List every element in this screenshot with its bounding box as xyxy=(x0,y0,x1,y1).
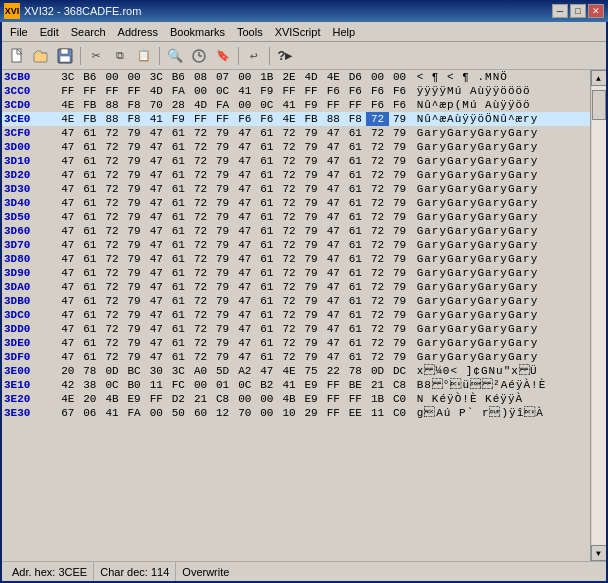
hex-cell[interactable]: 72 xyxy=(101,140,123,154)
hex-cell[interactable]: 72 xyxy=(189,238,211,252)
hex-cell[interactable]: 79 xyxy=(300,238,322,252)
hex-cell[interactable]: 47 xyxy=(234,350,256,364)
scrollbar[interactable]: ▲ ▼ xyxy=(590,70,606,561)
hex-cell[interactable]: 61 xyxy=(256,210,278,224)
hex-cell[interactable]: F6 xyxy=(389,84,411,98)
hex-cell[interactable]: 72 xyxy=(366,210,388,224)
hex-cell[interactable]: 72 xyxy=(366,140,388,154)
hex-cell[interactable]: C0 xyxy=(389,392,411,406)
menu-search[interactable]: Search xyxy=(65,22,112,41)
hex-cell[interactable]: 11 xyxy=(145,378,167,392)
hex-cell[interactable]: B0 xyxy=(123,378,145,392)
hex-cell[interactable]: 61 xyxy=(167,350,189,364)
hex-cell[interactable]: 01 xyxy=(212,378,234,392)
menu-file[interactable]: File xyxy=(4,22,34,41)
ascii-cell[interactable]: GaryGaryGaryGary xyxy=(411,266,590,280)
hex-cell[interactable]: 0C xyxy=(101,378,123,392)
ascii-cell[interactable]: GaryGaryGaryGary xyxy=(411,224,590,238)
addr-cell[interactable]: 3DA0 xyxy=(2,280,57,294)
hex-cell[interactable]: FF xyxy=(322,392,344,406)
hex-cell[interactable]: 79 xyxy=(389,350,411,364)
hex-cell[interactable]: 47 xyxy=(145,168,167,182)
hex-cell[interactable]: 72 xyxy=(189,350,211,364)
hex-cell[interactable]: 72 xyxy=(278,140,300,154)
hex-cell[interactable]: 3C xyxy=(57,70,79,84)
hex-cell[interactable]: 61 xyxy=(79,126,101,140)
hex-cell[interactable]: 72 xyxy=(189,154,211,168)
ascii-cell[interactable]: GaryGaryGaryGary xyxy=(411,322,590,336)
hex-cell[interactable]: 61 xyxy=(79,308,101,322)
hex-cell[interactable]: 29 xyxy=(300,406,322,420)
addr-cell[interactable]: 3DD0 xyxy=(2,322,57,336)
hex-cell[interactable]: 47 xyxy=(57,350,79,364)
hex-cell[interactable]: 1B xyxy=(256,70,278,84)
hex-cell[interactable]: FB xyxy=(79,112,101,126)
hex-cell[interactable]: 79 xyxy=(389,140,411,154)
hex-cell[interactable]: F6 xyxy=(234,112,256,126)
hex-cell[interactable]: 47 xyxy=(57,322,79,336)
hex-cell[interactable]: B6 xyxy=(167,70,189,84)
hex-cell[interactable]: 4E xyxy=(322,70,344,84)
addr-cell[interactable]: 3CE0 xyxy=(2,112,57,126)
addr-cell[interactable]: 3E00 xyxy=(2,364,57,378)
hex-cell[interactable]: 61 xyxy=(256,266,278,280)
ascii-cell[interactable]: GaryGaryGaryGary xyxy=(411,294,590,308)
hex-cell[interactable]: 72 xyxy=(278,294,300,308)
hex-cell[interactable]: 72 xyxy=(189,196,211,210)
hex-cell[interactable]: 61 xyxy=(79,238,101,252)
hex-cell[interactable]: 72 xyxy=(366,126,388,140)
hex-cell[interactable]: 79 xyxy=(389,224,411,238)
hex-cell[interactable]: 21 xyxy=(189,392,211,406)
hex-cell[interactable]: 72 xyxy=(278,224,300,238)
hex-cell[interactable]: 88 xyxy=(101,98,123,112)
hex-cell[interactable]: FF xyxy=(344,98,366,112)
hex-cell[interactable]: 79 xyxy=(212,140,234,154)
hex-cell[interactable]: 79 xyxy=(123,154,145,168)
addr-cell[interactable]: 3D90 xyxy=(2,266,57,280)
hex-cell[interactable]: 72 xyxy=(189,336,211,350)
hex-cell[interactable]: 47 xyxy=(322,336,344,350)
hex-cell[interactable]: 79 xyxy=(389,336,411,350)
hex-cell[interactable]: 47 xyxy=(322,294,344,308)
bookmark-button[interactable]: 🔖 xyxy=(212,45,234,67)
hex-cell[interactable]: 72 xyxy=(101,210,123,224)
hex-cell[interactable]: 47 xyxy=(234,252,256,266)
hex-cell[interactable]: 72 xyxy=(366,252,388,266)
hex-cell[interactable]: 47 xyxy=(145,252,167,266)
hex-cell[interactable]: 00 xyxy=(234,98,256,112)
hex-cell[interactable]: 12 xyxy=(212,406,234,420)
hex-cell[interactable]: 47 xyxy=(145,336,167,350)
hex-cell[interactable]: 61 xyxy=(167,280,189,294)
hex-cell[interactable]: 61 xyxy=(256,252,278,266)
menu-tools[interactable]: Tools xyxy=(231,22,269,41)
hex-cell[interactable]: 72 xyxy=(101,308,123,322)
hex-cell[interactable]: 61 xyxy=(256,280,278,294)
hex-cell[interactable]: 47 xyxy=(234,336,256,350)
hex-cell[interactable]: 20 xyxy=(79,392,101,406)
hex-cell[interactable]: 61 xyxy=(167,154,189,168)
hex-cell[interactable]: 75 xyxy=(300,364,322,378)
hex-cell[interactable]: 47 xyxy=(322,210,344,224)
hex-cell[interactable]: 47 xyxy=(57,140,79,154)
hex-cell[interactable]: 61 xyxy=(344,322,366,336)
hex-cell[interactable]: 61 xyxy=(167,294,189,308)
addr-cell[interactable]: 3D20 xyxy=(2,168,57,182)
hex-cell[interactable]: 79 xyxy=(123,280,145,294)
hex-cell[interactable]: F6 xyxy=(366,98,388,112)
ascii-cell[interactable]: GaryGaryGaryGary xyxy=(411,126,590,140)
hex-cell[interactable]: 72 xyxy=(366,154,388,168)
hex-cell[interactable]: 79 xyxy=(212,294,234,308)
hex-cell[interactable]: 72 xyxy=(101,182,123,196)
close-button[interactable]: ✕ xyxy=(588,4,604,18)
hex-cell[interactable]: 47 xyxy=(322,126,344,140)
hex-cell[interactable]: 79 xyxy=(123,140,145,154)
hex-cell[interactable]: 61 xyxy=(79,140,101,154)
addr-cell[interactable]: 3DE0 xyxy=(2,336,57,350)
hex-cell[interactable]: 61 xyxy=(344,266,366,280)
hex-cell[interactable]: 4E xyxy=(278,112,300,126)
hex-cell[interactable]: 61 xyxy=(344,126,366,140)
hex-cell[interactable]: 22 xyxy=(322,364,344,378)
hex-cell[interactable]: 4E xyxy=(278,364,300,378)
hex-cell[interactable]: 00 xyxy=(256,406,278,420)
hex-cell[interactable]: 0D xyxy=(101,364,123,378)
